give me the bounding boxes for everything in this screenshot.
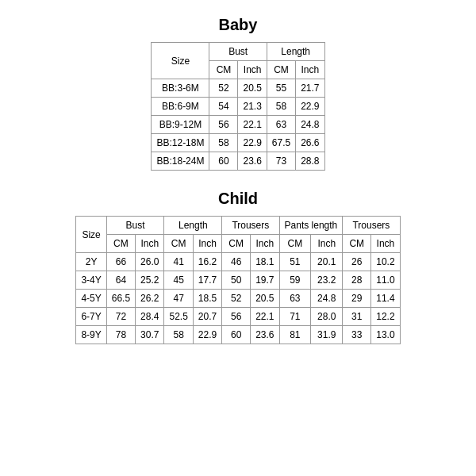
table-cell: 2Y	[76, 253, 106, 271]
table-row: 6-7Y7228.452.520.75622.17128.03112.2	[76, 308, 400, 326]
table-cell: 52.5	[164, 308, 193, 326]
table-row: 8-9Y7830.75822.96023.68131.93313.0	[76, 326, 400, 344]
table-cell: 22.9	[238, 134, 267, 152]
table-cell: 23.2	[311, 271, 343, 290]
table-cell: 24.8	[311, 290, 343, 308]
baby-col-length: Length	[267, 43, 324, 61]
baby-title: Baby	[219, 16, 258, 34]
child-sub-length-inch: Inch	[193, 235, 221, 253]
child-sub-bust-cm: CM	[106, 235, 135, 253]
table-cell: 28.0	[311, 308, 343, 326]
table-cell: 60	[222, 326, 251, 344]
table-cell: 12.2	[371, 308, 400, 326]
baby-sub-bust-inch: Inch	[238, 61, 267, 79]
table-cell: 66	[106, 253, 135, 271]
table-row: BB:6-9M5421.35822.9	[152, 98, 324, 116]
table-row: BB:9-12M5622.16324.8	[152, 116, 324, 134]
table-cell: 26	[343, 253, 371, 271]
table-cell: 63	[279, 290, 311, 308]
table-cell: 4-5Y	[76, 290, 106, 308]
table-row: BB:3-6M5220.55521.7	[152, 79, 324, 98]
table-cell: 20.7	[193, 308, 221, 326]
baby-sub-length-cm: CM	[267, 61, 295, 79]
table-cell: 31	[343, 308, 371, 326]
child-sub-trousers1-cm: CM	[222, 235, 251, 253]
table-cell: 29	[343, 290, 371, 308]
baby-sub-bust-cm: CM	[209, 61, 238, 79]
child-sub-length-cm: CM	[164, 235, 193, 253]
table-cell: BB:9-12M	[152, 116, 209, 134]
table-cell: 24.8	[296, 116, 324, 134]
table-cell: 22.1	[238, 116, 267, 134]
table-cell: 47	[164, 290, 193, 308]
table-cell: 25.2	[136, 271, 164, 290]
table-cell: 21.7	[296, 79, 324, 98]
table-cell: BB:18-24M	[152, 152, 209, 171]
table-row: BB:18-24M6023.67328.8	[152, 152, 324, 171]
child-col-bust: Bust	[106, 217, 164, 235]
table-cell: 11.4	[371, 290, 400, 308]
table-cell: 22.9	[296, 98, 324, 116]
table-cell: 30.7	[136, 326, 164, 344]
table-cell: 20.1	[311, 253, 343, 271]
table-cell: 59	[279, 271, 311, 290]
table-cell: 31.9	[311, 326, 343, 344]
table-cell: 63	[267, 116, 295, 134]
table-cell: 11.0	[371, 271, 400, 290]
table-cell: 45	[164, 271, 193, 290]
table-cell: 71	[279, 308, 311, 326]
table-cell: 18.5	[193, 290, 221, 308]
table-cell: 56	[222, 308, 251, 326]
baby-col-bust: Bust	[209, 43, 267, 61]
table-cell: BB:12-18M	[152, 134, 209, 152]
baby-col-size: Size	[152, 43, 209, 79]
child-col-length: Length	[164, 217, 222, 235]
baby-table: Size Bust Length CM Inch CM Inch BB:3-6M…	[151, 42, 324, 171]
table-cell: 16.2	[193, 253, 221, 271]
child-sub-bust-inch: Inch	[136, 235, 164, 253]
table-cell: 20.5	[251, 290, 279, 308]
table-row: BB:12-18M5822.967.526.6	[152, 134, 324, 152]
table-cell: 52	[222, 290, 251, 308]
table-cell: 10.2	[371, 253, 400, 271]
table-cell: 20.5	[238, 79, 267, 98]
table-cell: 3-4Y	[76, 271, 106, 290]
table-row: 4-5Y66.526.24718.55220.56324.82911.4	[76, 290, 400, 308]
table-cell: 26.6	[296, 134, 324, 152]
table-cell: 50	[222, 271, 251, 290]
table-cell: 73	[267, 152, 295, 171]
table-cell: 23.6	[238, 152, 267, 171]
child-col-trousers2: Trousers	[343, 217, 400, 235]
child-table: Size Bust Length Trousers Pants length T…	[75, 216, 400, 344]
child-title: Child	[218, 190, 258, 208]
table-cell: 26.0	[136, 253, 164, 271]
table-cell: 28.8	[296, 152, 324, 171]
table-cell: 26.2	[136, 290, 164, 308]
table-cell: 66.5	[106, 290, 135, 308]
table-cell: 81	[279, 326, 311, 344]
table-cell: 17.7	[193, 271, 221, 290]
table-cell: 46	[222, 253, 251, 271]
child-sub-trousers1-inch: Inch	[251, 235, 279, 253]
table-cell: 28	[343, 271, 371, 290]
table-cell: 52	[209, 79, 238, 98]
table-cell: 8-9Y	[76, 326, 106, 344]
child-section: Child Size Bust Length Trousers Pants le…	[8, 190, 468, 363]
table-row: 2Y6626.04116.24618.15120.12610.2	[76, 253, 400, 271]
table-cell: 22.1	[251, 308, 279, 326]
table-cell: 54	[209, 98, 238, 116]
child-sub-pants-inch: Inch	[311, 235, 343, 253]
table-cell: 58	[164, 326, 193, 344]
table-cell: 21.3	[238, 98, 267, 116]
table-cell: 13.0	[371, 326, 400, 344]
child-sub-trousers2-inch: Inch	[371, 235, 400, 253]
table-cell: 51	[279, 253, 311, 271]
table-cell: 72	[106, 308, 135, 326]
table-cell: 6-7Y	[76, 308, 106, 326]
table-cell: 28.4	[136, 308, 164, 326]
table-cell: 60	[209, 152, 238, 171]
baby-section: Baby Size Bust Length CM Inch CM Inch BB…	[8, 16, 468, 190]
table-cell: 19.7	[251, 271, 279, 290]
child-col-size: Size	[76, 217, 106, 253]
table-cell: 78	[106, 326, 135, 344]
